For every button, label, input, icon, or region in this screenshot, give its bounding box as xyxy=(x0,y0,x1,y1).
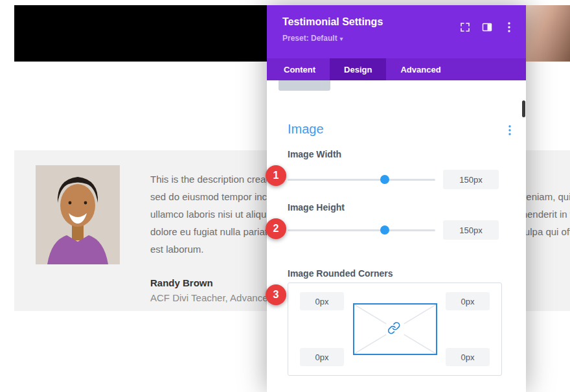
preset-label: Preset: Default xyxy=(282,34,337,43)
more-options-icon[interactable] xyxy=(504,22,514,32)
image-height-input[interactable]: 150px xyxy=(443,220,499,240)
image-height-label: Image Height xyxy=(288,202,345,213)
scrolled-element-remnant xyxy=(279,80,330,91)
image-height-slider[interactable] xyxy=(288,225,435,235)
image-width-label: Image Width xyxy=(288,149,341,159)
person-portrait-illustration xyxy=(36,165,120,264)
expand-icon[interactable] xyxy=(460,22,470,32)
split-view-icon[interactable] xyxy=(482,22,492,32)
corner-bottom-left-input[interactable]: 0px xyxy=(300,348,344,366)
section-title-image: Image xyxy=(288,122,324,137)
page-canvas: This is the description created for the … xyxy=(0,0,570,392)
panel-header: Testimonial Settings Preset: Default▾ xyxy=(267,5,526,58)
corner-top-right-input[interactable]: 0px xyxy=(446,292,490,310)
annotation-step-3: 3 xyxy=(266,284,286,305)
tab-design[interactable]: Design xyxy=(330,58,386,80)
panel-body: Image Image Width 150px Image Height 150… xyxy=(267,80,526,392)
slider-track[interactable] xyxy=(288,229,435,231)
image-width-slider[interactable] xyxy=(288,175,435,184)
corner-link-graphic xyxy=(354,305,436,354)
scrollbar-thumb[interactable] xyxy=(522,100,525,117)
testimonial-settings-panel: Testimonial Settings Preset: Default▾ Co… xyxy=(267,5,526,392)
image-width-input[interactable]: 150px xyxy=(443,170,499,189)
testimonial-author: Randy Brown xyxy=(150,277,213,288)
corner-link-toggle[interactable] xyxy=(353,303,437,355)
panel-tab-bar: Content Design Advanced xyxy=(267,58,526,80)
annotation-step-1: 1 xyxy=(266,165,286,186)
chevron-down-icon: ▾ xyxy=(340,36,343,42)
panel-title: Testimonial Settings xyxy=(282,16,383,28)
corner-bottom-right-input[interactable]: 0px xyxy=(446,348,490,366)
corner-top-left-input[interactable]: 0px xyxy=(300,292,344,310)
slider-track[interactable] xyxy=(288,179,435,181)
panel-header-actions xyxy=(460,22,514,32)
testimonial-photo xyxy=(36,165,120,264)
rounded-corners-widget: 0px 0px 0px 0px xyxy=(288,282,502,376)
annotation-step-2: 2 xyxy=(266,218,286,239)
image-rounded-corners-label: Image Rounded Corners xyxy=(288,268,393,279)
slider-handle[interactable] xyxy=(380,175,389,184)
preset-selector[interactable]: Preset: Default▾ xyxy=(282,34,343,43)
tab-advanced[interactable]: Advanced xyxy=(386,58,455,80)
section-menu-icon[interactable] xyxy=(507,124,513,136)
slider-handle[interactable] xyxy=(380,225,389,235)
tab-content[interactable]: Content xyxy=(269,58,330,80)
